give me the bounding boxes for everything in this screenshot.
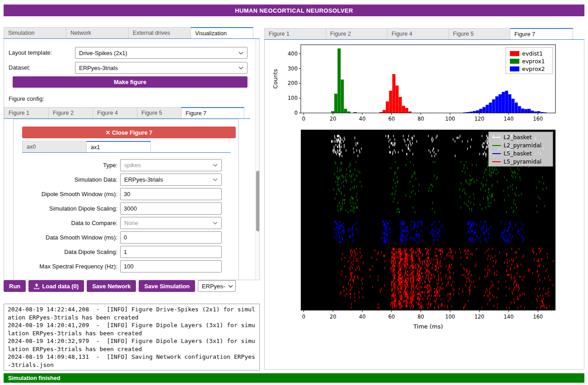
tab-network[interactable]: Network <box>66 27 129 38</box>
chevron-down-icon <box>238 66 243 70</box>
tab-figure-5[interactable]: Figure 5 <box>448 28 510 39</box>
status-bar: Simulation finished <box>4 373 584 383</box>
field-input-data-dipole-scaling[interactable] <box>120 246 222 258</box>
close-icon: ✕ <box>105 129 110 136</box>
svg-text:0: 0 <box>302 314 305 320</box>
svg-text:80: 80 <box>417 314 424 320</box>
scrollbar-thumb[interactable] <box>256 171 260 231</box>
tab-ax0[interactable]: ax0 <box>22 141 87 152</box>
dataset-value: ERPyes-3trials <box>79 65 118 71</box>
svg-text:140: 140 <box>504 116 513 122</box>
field-select-value: spikes <box>124 162 141 169</box>
tab-figure-4[interactable]: Figure 4 <box>93 107 137 118</box>
svg-text:140: 140 <box>504 314 513 320</box>
field-select-type[interactable]: spikes <box>120 159 222 171</box>
form-row-simulation-dipole-scaling: Simulation Dipole Scaling: <box>14 202 238 215</box>
status-text: Simulation finished <box>8 375 60 381</box>
field-label-dipole-smooth-window-ms: Dipole Smooth Window (ms): <box>14 191 120 197</box>
field-select-value: ERPyes-3trials <box>124 176 163 183</box>
tab-visualization[interactable]: Visualization <box>191 27 253 38</box>
form-row-type: Type:spikes <box>14 159 238 171</box>
field-label-data-smooth-window-ms: Data Smooth Window (ms): <box>14 234 120 241</box>
dataset-label: Dataset: <box>9 64 30 71</box>
svg-text:Time (ms): Time (ms) <box>413 323 443 330</box>
load-data-button[interactable]: Load data (0) <box>28 280 84 292</box>
tab-figure-5[interactable]: Figure 5 <box>137 107 182 118</box>
spike-raster-chart: 020406080100120140160Time (ms)L2_basketL… <box>270 127 568 339</box>
tab-ax1[interactable]: ax1 <box>86 141 151 152</box>
form-row-simulation-data: Simulation Data:ERPyes-3trials <box>14 174 238 186</box>
tab-simulation[interactable]: Simulation <box>4 27 66 38</box>
close-figure-button[interactable]: ✕ Close Figure 7 <box>22 127 236 138</box>
svg-text:60: 60 <box>388 116 395 122</box>
field-select-simulation-data[interactable]: ERPyes-3trials <box>120 174 222 186</box>
svg-text:L2_basket: L2_basket <box>504 134 532 141</box>
svg-text:60: 60 <box>388 314 395 320</box>
simulation-dataset-select[interactable]: ERPyes-3 <box>198 280 236 292</box>
svg-text:100: 100 <box>445 314 455 320</box>
form-row-max-spectral-frequency-hz: Max Spectral Frequency (Hz): <box>14 260 238 272</box>
field-label-data-to-compare: Data to Compare: <box>14 220 120 226</box>
load-data-label: Load data (0) <box>42 283 79 290</box>
field-input-data-smooth-window-ms[interactable] <box>120 231 222 244</box>
form-row-data-to-compare: Data to Compare:None <box>14 217 238 229</box>
field-input-dipole-smooth-window-ms[interactable] <box>120 188 222 200</box>
field-label-type: Type: <box>14 162 120 169</box>
layout-template-label: Layout template: <box>9 49 52 56</box>
svg-text:20: 20 <box>330 314 336 320</box>
svg-text:0: 0 <box>294 110 298 116</box>
dataset-select[interactable]: ERPyes-3trials <box>75 62 247 74</box>
axis-tab-bar: ax0ax1 <box>22 141 231 153</box>
tab-figure-4[interactable]: Figure 4 <box>387 28 449 39</box>
run-button[interactable]: Run <box>4 280 26 292</box>
save-network-button[interactable]: Save Network <box>87 280 136 292</box>
field-input-simulation-dipole-scaling[interactable] <box>120 202 222 215</box>
app-window: HUMAN NEOCORTICAL NEUROSOLVER Simulation… <box>0 0 588 385</box>
figure-config-panel: ✕ Close Figure 7 ax0ax1 Type:spikesSimul… <box>13 119 239 280</box>
svg-text:evdist1: evdist1 <box>522 50 543 57</box>
svg-text:Counts: Counts <box>272 69 279 89</box>
svg-text:200: 200 <box>288 80 298 86</box>
svg-text:40: 40 <box>359 116 366 122</box>
chevron-down-icon <box>213 221 218 225</box>
svg-text:100: 100 <box>288 95 298 101</box>
log-console[interactable]: 2024-08-19 14:22:44,208 - [INFO] Figure … <box>4 304 260 371</box>
scrollbar-track[interactable] <box>255 39 260 279</box>
chevron-down-icon <box>213 164 218 167</box>
tab-figure-7[interactable]: Figure 7 <box>510 28 573 39</box>
chevron-down-icon <box>238 52 243 55</box>
tab-figure-2[interactable]: Figure 2 <box>326 28 387 39</box>
layout-template-select[interactable]: Drive-Spikes (2x1) <box>75 47 247 59</box>
form-row-data-dipole-scaling: Data Dipole Scaling: <box>14 246 238 258</box>
svg-text:40: 40 <box>359 314 366 320</box>
make-figure-button[interactable]: Make figure <box>13 76 247 88</box>
upload-icon <box>34 283 39 289</box>
visualization-panel: Layout template: Drive-Spikes (2x1) Data… <box>4 39 260 280</box>
field-select-data-to-compare[interactable]: None <box>120 217 222 229</box>
tab-figure-7[interactable]: Figure 7 <box>181 107 244 118</box>
figure-config-label: Figure config: <box>9 95 44 102</box>
svg-text:120: 120 <box>474 314 484 320</box>
figure-window-tab-bar: Figure 1Figure 2Figure 4Figure 5Figure 7 <box>264 28 584 40</box>
layout-template-value: Drive-Spikes (2x1) <box>79 50 127 56</box>
tab-figure-2[interactable]: Figure 2 <box>48 107 93 118</box>
figure-display-area: 0204060801001201401600100200300400Counts… <box>264 40 584 370</box>
svg-text:20: 20 <box>330 116 336 122</box>
simulation-dataset-value: ERPyes-3 <box>202 283 225 290</box>
app-title: HUMAN NEOCORTICAL NEUROSOLVER <box>235 7 353 14</box>
svg-text:100: 100 <box>445 116 455 122</box>
field-label-simulation-dipole-scaling: Simulation Dipole Scaling: <box>14 205 120 212</box>
field-input-max-spectral-frequency-hz[interactable] <box>120 260 222 272</box>
svg-text:0: 0 <box>302 116 305 122</box>
svg-text:80: 80 <box>417 116 424 122</box>
close-figure-label: Close Figure 7 <box>112 129 153 136</box>
svg-text:120: 120 <box>474 116 484 122</box>
field-label-simulation-data: Simulation Data: <box>14 176 120 183</box>
save-simulation-button[interactable]: Save Simulation <box>139 280 195 292</box>
svg-text:160: 160 <box>533 116 543 122</box>
tab-external-drives[interactable]: External drives <box>128 27 191 38</box>
svg-text:evprox1: evprox1 <box>522 58 545 65</box>
svg-text:evprox2: evprox2 <box>522 66 545 72</box>
tab-figure-1[interactable]: Figure 1 <box>4 107 49 118</box>
tab-figure-1[interactable]: Figure 1 <box>264 28 326 39</box>
